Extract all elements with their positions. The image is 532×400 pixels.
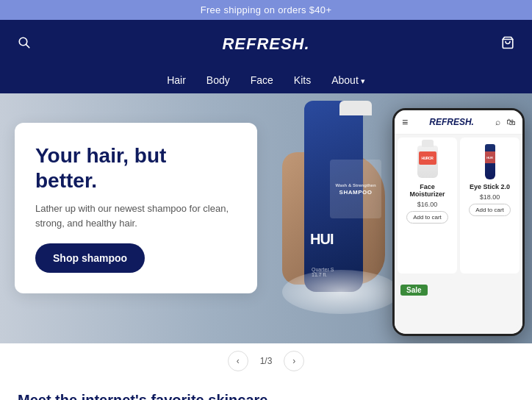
phone-product-price-1: $16.00 [417,201,438,208]
slider-next-button[interactable]: › [284,351,304,371]
phone-header-icons: ⌕ 🛍 [495,117,515,127]
phone-product-card-2: HUR Eye Stick 2.0 $18.00 Add to cart [460,138,520,274]
eyestick-thumb: HUR [485,144,495,179]
phone-header: ≡ REFRESH. ⌕ 🛍 [395,110,522,135]
bottle-label: Wash & Strengthen SHAMPOO [330,160,381,218]
site-logo[interactable]: REFRESH. [222,35,309,54]
bottle-wash-text: Wash & Strengthen [335,183,375,188]
hero-card: Your hair, but better. Lather up with ou… [15,123,257,293]
header: REFRESH. [0,20,532,68]
bottom-section: Meet the internet's favorite skincare. [0,379,532,400]
bottle-cap [339,101,372,115]
phone-add-to-cart-2[interactable]: Add to cart [469,204,511,216]
bottle-type-text: SHAMPOO [339,189,373,196]
phone-product-name-1: Face Moisturizer [403,183,451,198]
slider-controls: ‹ 1/3 › [0,343,532,379]
slider-indicator: 1/3 [260,356,273,366]
phone-product-img-1: HUROR [413,143,442,180]
nav-item-face[interactable]: Face [251,74,273,86]
bottle-brand-text: HUI [310,231,333,248]
hero-headline: Your hair, but better. [35,143,234,193]
nav-item-about[interactable]: About [331,74,365,86]
announcement-text: Free shipping on orders $40+ [201,4,332,15]
bottom-heading: Meet the internet's favorite skincare. [18,392,514,400]
sale-badge: Sale [400,282,428,296]
phone-sale-card: Sale [398,279,456,331]
phone-search-icon: ⌕ [495,117,500,127]
nav-item-hair[interactable]: Hair [167,74,186,86]
phone-screen: ≡ REFRESH. ⌕ 🛍 HUROR Face Moisturizer $ [395,110,522,334]
hero-subtext: Lather up with our newest shampoo for cl… [35,201,234,230]
main-nav: Hair Body Face Kits About [0,68,532,93]
phone-cart-icon: 🛍 [506,117,515,127]
svg-line-1 [26,44,29,47]
shampoo-bottle: Wash & Strengthen SHAMPOO HUI Quarter S … [304,101,363,292]
phone-mockup: ≡ REFRESH. ⌕ 🛍 HUROR Face Moisturizer $ [392,108,525,336]
announcement-bar: Free shipping on orders $40+ [0,0,532,20]
phone-logo: REFRESH. [429,117,474,127]
nav-item-kits[interactable]: Kits [294,74,311,86]
phone-product-card-1: HUROR Face Moisturizer $16.00 Add to car… [398,138,457,274]
moisturizer-thumb: HUROR [417,146,438,178]
phone-product-card-3 [459,279,518,331]
slider-prev-button[interactable]: ‹ [228,351,248,371]
phone-menu-icon: ≡ [402,116,408,128]
nav-item-body[interactable]: Body [206,74,230,86]
hero-section: Wash & Strengthen SHAMPOO HUI Quarter S … [0,93,532,343]
phone-add-to-cart-1[interactable]: Add to cart [406,211,448,224]
search-icon[interactable] [18,36,31,53]
phone-product-price-2: $18.00 [480,193,500,201]
phone-product-name-2: Eye Stick 2.0 [470,183,510,190]
phone-product-grid: HUROR Face Moisturizer $16.00 Add to car… [395,135,522,276]
cart-icon[interactable] [501,36,514,53]
shop-shampoo-button[interactable]: Shop shampoo [35,243,145,273]
phone-bottom-row: Sale [395,276,522,334]
phone-product-img-2: HUR [475,143,505,180]
foam-effect [282,270,400,314]
